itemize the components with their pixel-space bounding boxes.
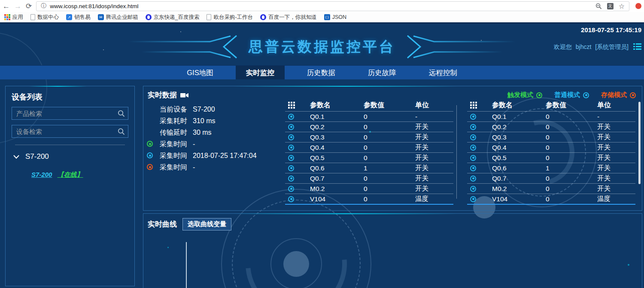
device-name[interactable]: S7-200	[31, 171, 52, 178]
list-menu-icon[interactable]	[633, 43, 641, 50]
param-unit: 温度	[597, 194, 635, 203]
table-row[interactable]: V104 0 温度	[285, 194, 453, 204]
baidu-icon	[260, 14, 266, 20]
reload-icon[interactable]: ⟳	[26, 3, 32, 10]
param-target-icon[interactable]	[288, 145, 294, 151]
table-row[interactable]: Q0.4 0 开关	[467, 142, 635, 152]
bookmark-item[interactable]: 欧台采购-工作台	[207, 14, 253, 21]
grid-icon[interactable]	[288, 102, 295, 109]
table-row[interactable]: M0.2 0 开关	[285, 183, 453, 194]
device-search-input[interactable]	[12, 128, 128, 135]
table-scrollbar[interactable]	[638, 102, 641, 184]
param-target-icon[interactable]	[288, 186, 294, 192]
param-target-icon[interactable]	[288, 114, 294, 120]
table-divider	[456, 105, 457, 199]
device-group-label: S7-200	[25, 152, 49, 161]
param-value: 0	[546, 185, 597, 193]
title-banner: 思普云数据监控平台	[0, 35, 644, 59]
table-row[interactable]: Q0.7 0 开关	[285, 173, 453, 183]
param-target-icon[interactable]	[288, 155, 294, 161]
bookmark-label: 应用	[12, 14, 23, 21]
param-target-icon[interactable]	[470, 145, 476, 151]
table-row[interactable]: Q0.1 0 -	[285, 111, 453, 121]
param-name: Q0.5	[310, 154, 364, 162]
search-icon[interactable]	[118, 110, 125, 117]
bookmark-item[interactable]: 京东快递_百度搜索	[146, 14, 200, 21]
tab-gis-map[interactable]: GIS地图	[176, 66, 223, 79]
param-unit: 开关	[415, 184, 453, 193]
table-row[interactable]: Q0.1 0 -	[467, 111, 635, 121]
tab-history-fault[interactable]: 历史故障	[358, 66, 407, 79]
param-target-icon[interactable]	[470, 176, 476, 182]
bookmark-item[interactable]: ✉ 腾讯企业邮箱	[98, 14, 138, 21]
param-target-icon[interactable]	[288, 134, 294, 140]
table-row[interactable]: Q0.6 1 开关	[467, 163, 635, 173]
col-param-name: 参数名	[492, 101, 546, 110]
extension-icon[interactable]	[635, 3, 641, 9]
site-page: 2018-07-25 17:45:19 思普云数据监控平台 欢迎您 bjhczt…	[0, 22, 644, 288]
param-target-icon[interactable]	[288, 124, 294, 130]
table-row[interactable]: Q0.2 0 开关	[467, 121, 635, 132]
device-link-s7-200[interactable]: S7-200 【在线】	[31, 171, 134, 179]
select-curve-variable-button[interactable]: 选取曲线变量	[182, 218, 231, 230]
param-name: Q0.1	[492, 113, 546, 121]
bookmark-item[interactable]: ↗ 销售易	[66, 14, 91, 21]
table-row[interactable]: Q0.3 0 开关	[467, 132, 635, 142]
param-target-icon[interactable]	[470, 196, 476, 202]
param-target-icon[interactable]	[470, 186, 476, 192]
param-value: 1	[364, 164, 415, 172]
table-row[interactable]: Q0.5 0 开关	[467, 152, 635, 163]
bookmark-item[interactable]: 数据中心	[30, 14, 59, 21]
baidu-icon	[146, 14, 152, 20]
tab-history-data[interactable]: 历史数据	[297, 66, 346, 79]
table-row[interactable]: Q0.2 0 开关	[285, 121, 453, 132]
param-name: Q0.4	[492, 144, 546, 152]
param-name: Q0.4	[310, 144, 364, 152]
bookmark-item[interactable]: { } JSON	[324, 14, 346, 20]
param-target-icon[interactable]	[288, 196, 294, 202]
search-icon[interactable]	[118, 128, 125, 135]
storage-mode-button[interactable]: 存储模式	[601, 91, 636, 99]
product-search-input[interactable]	[12, 110, 128, 117]
param-value: 0	[546, 123, 597, 131]
site-info-icon[interactable]: ⓘ	[41, 2, 46, 10]
bookmark-label: 数据中心	[37, 14, 59, 21]
param-target-icon[interactable]	[470, 134, 476, 140]
param-target-icon[interactable]	[470, 124, 476, 130]
normal-mode-button[interactable]: 普通模式	[554, 91, 589, 99]
device-info: 当前设备S7-200 采集耗时310 ms 传输延时30 ms 采集时间- 采集…	[147, 103, 282, 173]
forward-icon[interactable]: →	[14, 3, 21, 10]
bookmark-star-icon[interactable]: ☆	[619, 2, 625, 10]
bookmark-apps[interactable]: 应用	[4, 14, 23, 21]
param-target-icon[interactable]	[288, 176, 294, 182]
tab-realtime-monitor[interactable]: 实时监控	[236, 66, 285, 79]
param-target-icon[interactable]	[470, 165, 476, 171]
table-row[interactable]: Q0.3 0 开关	[285, 132, 453, 142]
param-target-icon[interactable]	[470, 114, 476, 120]
trigger-mode-button[interactable]: 触发模式	[507, 91, 542, 99]
table-row[interactable]: M0.2 0 开关	[467, 183, 635, 194]
table-row[interactable]: Q0.4 0 开关	[285, 142, 453, 152]
table-row[interactable]: Q0.6 1 开关	[285, 163, 453, 173]
col-param-name: 参数名	[310, 101, 364, 110]
device-group-s7-200[interactable]: S7-200	[13, 152, 134, 161]
tab-remote-control[interactable]: 远程控制	[419, 66, 468, 79]
url-text[interactable]: www.icosp.net:81/idosp/index.html	[50, 3, 592, 9]
param-value: 0	[546, 195, 597, 203]
grid-icon[interactable]	[470, 102, 477, 109]
param-value: 0	[364, 185, 415, 193]
table-row[interactable]: V104 0 温度	[467, 194, 635, 204]
table-row[interactable]: Q0.7 0 开关	[467, 173, 635, 183]
table-row[interactable]: Q0.5 0 开关	[285, 152, 453, 163]
json-icon: { }	[324, 14, 330, 20]
realtime-data-title: 实时数据	[148, 90, 177, 100]
info-collect-time-normal: 采集时间2018-07-25 17:47:04	[147, 150, 282, 161]
translate-icon[interactable]: 文	[607, 3, 614, 9]
param-target-icon[interactable]	[288, 165, 294, 171]
back-icon[interactable]: ←	[3, 3, 10, 10]
zoom-out-icon[interactable]	[595, 3, 602, 9]
param-target-icon[interactable]	[470, 155, 476, 161]
address-bar[interactable]: ⓘ www.icosp.net:81/idosp/index.html 文 ☆	[36, 1, 629, 11]
bookmark-item[interactable]: 百度一下，你就知道	[260, 14, 317, 21]
sidebar-divider	[15, 145, 125, 145]
